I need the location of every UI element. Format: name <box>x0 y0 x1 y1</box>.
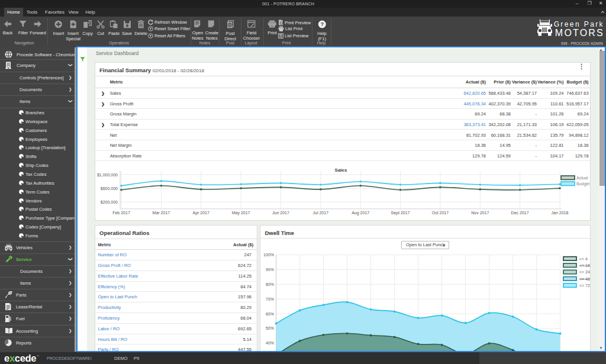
svg-text:Apr 2017: Apr 2017 <box>192 211 209 215</box>
svg-text:Oct 2017: Oct 2017 <box>432 211 449 215</box>
svg-text:$600,000: $600,000 <box>101 186 118 191</box>
svg-text:80%: 80% <box>266 282 274 286</box>
svg-text:$1,000,000: $1,000,000 <box>97 173 118 177</box>
svg-text:Sept 2017: Sept 2017 <box>391 211 410 215</box>
svg-text:60%: 60% <box>266 312 274 316</box>
svg-text:Jan 2018: Jan 2018 <box>552 211 569 215</box>
svg-text:Jun 2017: Jun 2017 <box>272 211 289 215</box>
svg-text:50%: 50% <box>266 326 274 330</box>
svg-text:May 2017: May 2017 <box>232 211 250 215</box>
svg-text:<= 16: <= 16 <box>579 263 590 268</box>
svg-text:<= 24: <= 24 <box>579 270 590 274</box>
svg-text:Feb 2017: Feb 2017 <box>112 211 130 215</box>
svg-text:Aug 2017: Aug 2017 <box>352 211 369 215</box>
svg-text:40%: 40% <box>266 341 274 345</box>
svg-text:Sales: Sales <box>335 167 347 173</box>
svg-text:Mar 2017: Mar 2017 <box>153 211 170 215</box>
svg-text:70%: 70% <box>266 297 274 301</box>
svg-text:?: ? <box>320 21 324 27</box>
svg-text:Dec 2017: Dec 2017 <box>511 211 529 215</box>
svg-text:<= 72: <= 72 <box>579 284 590 288</box>
svg-text:Nov 2017: Nov 2017 <box>471 211 489 215</box>
svg-text:100%: 100% <box>263 253 274 257</box>
svg-text:<= 48: <= 48 <box>579 277 590 281</box>
svg-text:$200,000: $200,000 <box>101 200 118 204</box>
svg-text:Jul 2017: Jul 2017 <box>313 211 329 215</box>
svg-text:Budget: Budget <box>576 182 589 186</box>
svg-text:Actual: Actual <box>576 176 588 180</box>
svg-text:<= 4: <= 4 <box>579 257 588 261</box>
svg-text:90%: 90% <box>266 268 274 272</box>
